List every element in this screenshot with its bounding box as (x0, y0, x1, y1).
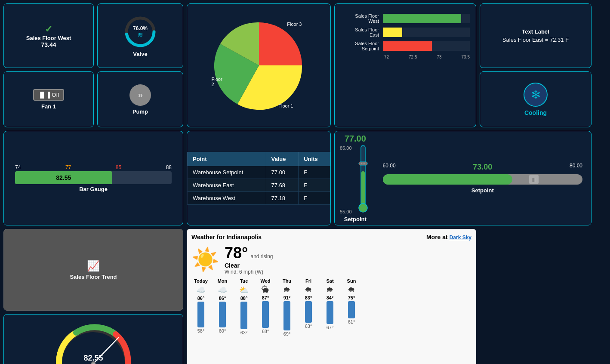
tick-74: 74 (15, 164, 21, 170)
bar-fill-setpoint (383, 41, 432, 51)
row2-units: F (299, 179, 330, 191)
table-row: Warehouse West 77.18 F (188, 191, 330, 204)
semicircle-gauge: 82.55 F (50, 316, 136, 364)
setpoint-v-value: 77.00 (345, 134, 366, 144)
setpoint-h-fill (383, 174, 513, 185)
setpoint-h-value: 73.00 (473, 163, 492, 172)
text-label-content: Text Label Sales Floor East = 72.31 F (502, 28, 569, 43)
weather-header: Weather for Indianapolis More at Dark Sk… (191, 234, 471, 241)
setpoint-h-max: 80.00 (570, 163, 582, 172)
floor3-label: Floor 3 (287, 22, 302, 27)
data-table: Point Value Units Warehouse Setpoint 77.… (187, 152, 330, 205)
thermometer-svg (355, 145, 371, 214)
floor1-label: Floor 1 (278, 103, 293, 108)
bar-bg-west (383, 14, 470, 23)
table-row: Warehouse Setpoint 77.00 F (188, 166, 330, 179)
weather-day-sat: Sat 🌧 84° 67° (320, 278, 339, 336)
bar-gauge-ticks: 74 77 85 88 (15, 164, 172, 170)
weather-day-today: Today ☁️ 86° 58° (191, 278, 210, 336)
text-label-line1: Text Label (502, 28, 569, 35)
day-bar-sat (327, 301, 333, 324)
avg-temp-content: 82.55 F 60 50 90 80 Average Temp. (47, 313, 140, 364)
setpoint-h-thumb: ||| (529, 175, 539, 184)
trend-icon: 📈 (87, 260, 100, 272)
col-value: Value (266, 152, 299, 166)
weather-sun-icon: ☀️ (191, 247, 219, 273)
dark-sky-link[interactable]: Dark Sky (450, 234, 471, 241)
trend-card[interactable]: 📈 Sales Floor Trend (3, 229, 183, 311)
pie-chart-card: Floor 3 Floor2 Floor 1 (187, 3, 331, 127)
weather-condition: Clear (225, 262, 273, 269)
weather-temp-row: 78° and rising (225, 244, 273, 262)
weather-more: More at Dark Sky (426, 234, 471, 241)
day-bar-mon (219, 302, 226, 327)
fan-card: ▐▌▐ Off Fan 1 (3, 71, 94, 127)
sales-west-card: ✓ Sales Floor West 73.44 (3, 3, 94, 68)
col-units: Units (299, 152, 330, 166)
day-bar-wed (262, 301, 269, 328)
bar-gauge-track: 82.55 (15, 171, 172, 184)
sales-west-value: 73.44 (41, 41, 56, 48)
bar-chart: Sales FloorWest Sales FloorEast Sales Fl… (337, 8, 473, 123)
row1-units: F (299, 166, 330, 179)
row2-point: Warehouse East (188, 179, 266, 191)
sales-west-title: Sales Floor West (26, 35, 71, 41)
bar-gauge-card: 74 77 85 88 82.55 Bar Gauge (3, 131, 183, 225)
snowflake-icon: ❄ (524, 83, 548, 107)
row1-value: 77.00 (266, 166, 299, 179)
setpoint-h-section: 60.00 73.00 80.00 ||| Setpoint (379, 159, 586, 197)
cooling-card: ❄ Cooling (480, 71, 592, 127)
bar-gauge-value: 82.55 (56, 174, 71, 181)
bar-gauge: 74 77 85 88 82.55 Bar Gauge (8, 161, 179, 196)
day-bar-fri (305, 301, 312, 323)
row3-point: Warehouse West (188, 191, 266, 204)
avg-temp-value: 82.55 (83, 354, 103, 363)
weather-day-mon: Mon ☁️ 86° 60° (213, 278, 232, 336)
thermo-scale-right: 85.00 55.00 (340, 145, 352, 214)
day-bar-sun (348, 301, 355, 318)
day-bar-today (197, 302, 204, 327)
weather-rising: and rising (250, 253, 273, 259)
avg-temp-value-container: 82.55 F (83, 354, 103, 364)
data-table-card: Point Value Units Warehouse Setpoint 77.… (187, 131, 331, 225)
bar-bg-east (383, 28, 470, 37)
weather-day-tue: Tue ⛅ 88° 63° (234, 278, 253, 336)
pie-chart: Floor 3 Floor2 Floor 1 (212, 18, 306, 113)
bar-fill-east (383, 28, 402, 37)
col-point: Point (188, 152, 266, 166)
day-bar-thu (283, 301, 290, 330)
thermo-bot-val: 55.00 (340, 209, 352, 214)
svg-rect-3 (361, 171, 365, 206)
row3-units: F (299, 191, 330, 204)
setpoint-h-min: 60.00 (383, 163, 396, 172)
bar-label-setpoint: Sales FloorSetpoint (341, 41, 382, 51)
weather-day-sun: Sun 🌧 75° 61° (342, 278, 361, 336)
fan-bars-icon: ▐▌▐ (38, 92, 50, 98)
bar-label-west: Sales FloorWest (341, 13, 382, 24)
bar-row-east: Sales FloorEast (341, 27, 470, 37)
row2-value: 77.68 (266, 179, 299, 191)
weather-title: Weather for Indianapolis (191, 234, 262, 241)
setpoint-h-labels: 60.00 73.00 80.00 (383, 163, 582, 172)
setpoint-v-label: Setpoint (344, 216, 367, 222)
pump-card: » Pump (97, 71, 183, 127)
setpoint-h-track: ||| (383, 174, 582, 185)
fan-label: Fan 1 (41, 103, 56, 110)
valve-waves-icon: ≋ (133, 31, 148, 38)
valve-percent-label: 76.0% ≋ (133, 25, 148, 38)
bar-chart-card: Sales FloorWest Sales FloorEast Sales Fl… (334, 3, 476, 127)
row3-value: 77.18 (266, 191, 299, 204)
svg-point-4 (359, 204, 367, 212)
table-row: Warehouse East 77.68 F (188, 179, 330, 191)
pump-icon: » (129, 84, 151, 106)
weather-wind: Wind: 6 mph (W) (225, 269, 273, 275)
thermo-top-val: 85.00 (340, 145, 352, 151)
bar-fill-west (383, 14, 461, 23)
day-bar-tue (240, 302, 247, 329)
tick-88: 88 (166, 164, 172, 170)
table-body: Warehouse Setpoint 77.00 F Warehouse Eas… (188, 166, 330, 204)
floor2-label: Floor2 (212, 77, 222, 87)
bar-row-setpoint: Sales FloorSetpoint (341, 41, 470, 51)
bar-gauge-fill: 82.55 (15, 171, 112, 184)
valve-card: 76.0% ≋ Valve (97, 3, 183, 68)
